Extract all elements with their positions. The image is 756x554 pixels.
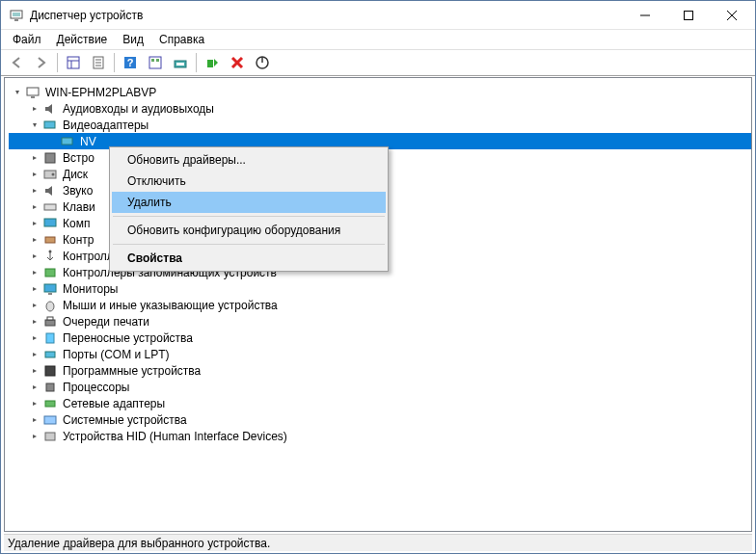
svg-text:?: ? [127, 57, 134, 68]
expand-icon[interactable]: ▸ [28, 331, 41, 345]
ctx-scan-hardware[interactable]: Обновить конфигурацию оборудования [112, 220, 386, 241]
ctx-update-drivers[interactable]: Обновить драйверы... [112, 149, 386, 171]
svg-rect-20 [176, 63, 184, 66]
tree-item-hid[interactable]: ▸ Устройства HID (Human Interface Device… [9, 428, 751, 444]
disk-icon [42, 167, 58, 182]
toolbar-separator [114, 53, 115, 72]
expand-icon[interactable]: ▸ [28, 397, 41, 410]
tree-label: Клави [61, 200, 97, 214]
svg-rect-38 [48, 293, 52, 295]
cpu-icon [42, 380, 58, 395]
tree-item-system[interactable]: ▸ Системные устройства [9, 411, 751, 428]
disable-device-button[interactable] [251, 52, 274, 73]
menu-action[interactable]: Действие [49, 31, 116, 48]
menu-help[interactable]: Справка [151, 31, 212, 48]
enable-device-button[interactable] [201, 52, 224, 73]
svg-rect-25 [27, 88, 39, 95]
expand-icon[interactable]: ▸ [28, 200, 41, 214]
spacer [45, 135, 59, 148]
mouse-icon [42, 298, 58, 313]
toolbar-separator [57, 53, 58, 72]
tree-item-audio[interactable]: ▸ Аудиовходы и аудиовыходы [9, 100, 751, 117]
svg-rect-18 [156, 59, 159, 62]
menu-file[interactable]: Файл [5, 31, 49, 48]
svg-rect-32 [44, 204, 56, 210]
properties-button[interactable] [87, 52, 110, 73]
expand-icon[interactable]: ▸ [28, 250, 41, 263]
svg-rect-45 [46, 383, 54, 391]
svg-rect-37 [44, 284, 56, 292]
minimize-button[interactable] [623, 1, 666, 29]
monitor-icon [42, 216, 58, 231]
tree-item-network[interactable]: ▸ Сетевые адаптеры [9, 395, 751, 411]
tree-item-software[interactable]: ▸ Программные устройства [9, 362, 751, 379]
svg-rect-16 [149, 57, 161, 68]
collapse-icon[interactable]: ▾ [28, 119, 41, 132]
status-text: Удаление драйвера для выбранного устройс… [8, 537, 270, 550]
expand-icon[interactable]: ▸ [28, 151, 41, 165]
svg-rect-1 [13, 13, 20, 16]
expand-icon[interactable]: ▸ [28, 381, 41, 394]
tree-label: Встро [61, 151, 96, 165]
svg-rect-33 [44, 219, 56, 226]
ctx-properties[interactable]: Свойства [112, 248, 386, 269]
scan-hardware-button[interactable] [144, 52, 167, 73]
computer-icon [25, 85, 40, 100]
show-hide-tree-button[interactable] [62, 52, 85, 73]
menu-view[interactable]: Вид [115, 31, 151, 48]
close-button[interactable] [710, 1, 753, 29]
tree-item-monitors[interactable]: ▸ Мониторы [9, 280, 751, 297]
ctx-disable[interactable]: Отключить [112, 171, 386, 192]
expand-icon[interactable]: ▸ [28, 430, 41, 443]
tree-label: Аудиовходы и аудиовыходы [61, 102, 216, 116]
expand-icon[interactable]: ▸ [28, 364, 41, 378]
svg-rect-17 [151, 59, 154, 62]
printer-icon [42, 314, 58, 330]
help-button[interactable]: ? [119, 52, 142, 73]
tree-label: Переносные устройства [61, 331, 195, 345]
tree-label: Видеоадаптеры [61, 119, 150, 132]
expand-icon[interactable]: ▸ [28, 299, 41, 312]
expand-icon[interactable]: ▸ [28, 348, 41, 361]
tree-label: WIN-EPHM2PLABVP [43, 86, 158, 99]
tree-item-ports[interactable]: ▸ Порты (COM и LPT) [9, 346, 751, 362]
tree-item-mice[interactable]: ▸ Мыши и иные указывающие устройства [9, 297, 751, 313]
update-driver-button[interactable] [169, 52, 192, 73]
expand-icon[interactable]: ▸ [28, 282, 41, 296]
hid-icon [42, 429, 58, 444]
maximize-button[interactable] [666, 1, 710, 29]
ctx-label: Свойства [127, 251, 182, 265]
ctx-delete[interactable]: Удалить [112, 192, 386, 213]
tree-item-processors[interactable]: ▸ Процессоры [9, 379, 751, 395]
device-tree[interactable]: ▾ WIN-EPHM2PLABVP ▸ Аудиовходы и аудиовы… [4, 77, 752, 532]
expand-icon[interactable]: ▸ [28, 266, 41, 279]
ctx-label: Обновить конфигурацию оборудования [127, 224, 340, 237]
keyboard-icon [42, 199, 58, 215]
uninstall-device-button[interactable] [226, 52, 249, 73]
expand-icon[interactable]: ▸ [28, 315, 41, 329]
expand-icon[interactable]: ▸ [28, 217, 41, 230]
display-adapter-icon [42, 118, 58, 133]
expand-icon[interactable]: ▸ [28, 413, 41, 427]
tree-item-portable[interactable]: ▸ Переносные устройства [9, 330, 751, 346]
toolbar-separator [196, 53, 197, 72]
tree-root[interactable]: ▾ WIN-EPHM2PLABVP [9, 84, 751, 100]
tree-label: Программные устройства [61, 364, 202, 378]
forward-button[interactable] [30, 52, 53, 73]
collapse-icon[interactable]: ▾ [11, 86, 24, 99]
tree-item-video[interactable]: ▾ Видеоадаптеры [9, 117, 751, 133]
storage-icon [42, 265, 58, 280]
window-title: Диспетчер устройств [30, 9, 623, 22]
svg-rect-29 [45, 153, 55, 163]
tree-item-print-queues[interactable]: ▸ Очереди печати [9, 313, 751, 330]
back-button[interactable] [5, 52, 28, 73]
expand-icon[interactable]: ▸ [28, 184, 41, 198]
port-icon [42, 347, 58, 362]
tree-label: Звуко [61, 184, 94, 198]
display-adapter-icon [60, 134, 75, 149]
expand-icon[interactable]: ▸ [28, 233, 41, 247]
expand-icon[interactable]: ▸ [28, 168, 41, 181]
svg-rect-48 [45, 433, 55, 440]
expand-icon[interactable]: ▸ [28, 102, 41, 116]
audio-icon [42, 101, 58, 117]
